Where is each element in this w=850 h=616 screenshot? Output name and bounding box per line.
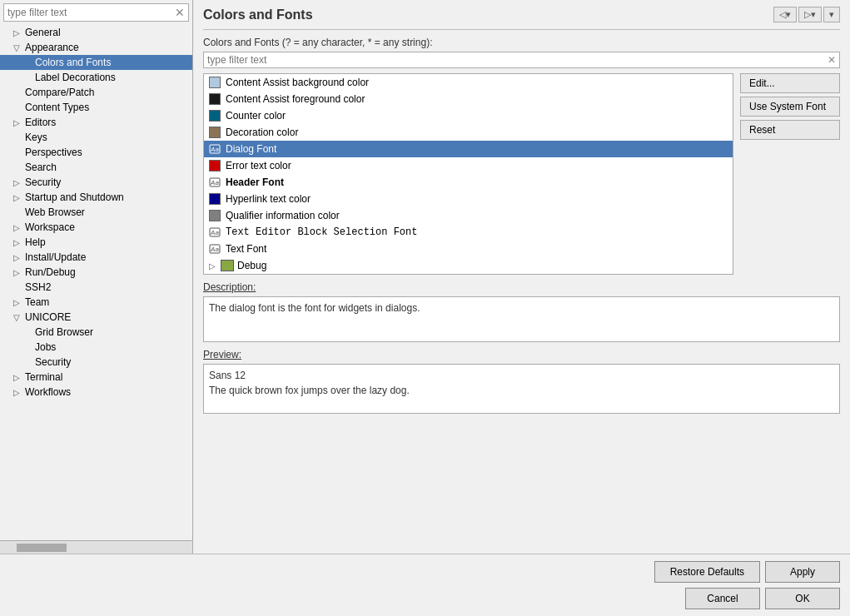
sidebar-item-label: Perspectives: [25, 147, 82, 158]
nav-back-button[interactable]: ◁▾: [773, 7, 797, 22]
preview-font-name: Sans 12: [209, 370, 834, 381]
sidebar-item-perspectives[interactable]: Perspectives: [0, 145, 192, 160]
item-label: Error text color: [226, 160, 291, 171]
filter-search-box[interactable]: ✕: [203, 52, 840, 68]
preferences-dialog: ✕ ▷ General ▽ Appearance Colors and Font…: [0, 0, 850, 616]
bottom-row-2: Cancel OK: [10, 588, 840, 609]
sidebar-item-grid-browser[interactable]: Grid Browser: [0, 325, 192, 340]
item-label: Text Editor Block Selection Font: [226, 226, 417, 238]
sidebar-item-ssh2[interactable]: SSH2: [0, 280, 192, 295]
sidebar-item-label: Content Types: [25, 102, 89, 113]
sidebar-item-content-types[interactable]: Content Types: [0, 100, 192, 115]
restore-defaults-button[interactable]: Restore Defaults: [654, 561, 760, 583]
sidebar-item-label: Terminal: [25, 371, 62, 383]
item-label: Dialog Font: [226, 143, 276, 155]
sidebar-item-general[interactable]: ▷ General: [0, 25, 192, 40]
use-system-font-button[interactable]: Use System Font: [740, 97, 840, 117]
list-item[interactable]: Content Assist background color: [204, 74, 733, 91]
nav-menu-button[interactable]: ▾: [823, 7, 840, 22]
nav-forward-button[interactable]: ▷▾: [798, 7, 822, 22]
sidebar-search-box[interactable]: ✕: [3, 3, 189, 22]
content-area: Content Assist background color Content …: [203, 73, 840, 275]
sidebar-item-compare-patch[interactable]: Compare/Patch: [0, 85, 192, 100]
sidebar-item-install-update[interactable]: ▷ Install/Update: [0, 250, 192, 265]
description-text: The dialog font is the font for widgets …: [209, 302, 420, 314]
list-item[interactable]: Decoration color: [204, 124, 733, 141]
font-icon: Aa: [209, 176, 221, 188]
item-label: Qualifier information color: [226, 210, 340, 221]
sidebar-item-run-debug[interactable]: ▷ Run/Debug: [0, 265, 192, 280]
color-swatch: [209, 77, 221, 88]
sidebar-item-startup[interactable]: ▷ Startup and Shutdown: [0, 190, 192, 205]
sidebar-item-label: Search: [25, 161, 57, 173]
ok-button[interactable]: OK: [765, 588, 840, 609]
list-item[interactable]: Counter color: [204, 107, 733, 124]
sidebar-item-label: Colors and Fonts: [35, 57, 111, 68]
color-swatch: [209, 160, 221, 171]
sidebar-item-label: Web Browser: [25, 206, 85, 218]
sidebar-horizontal-scrollbar[interactable]: [0, 540, 192, 554]
sidebar-tree: ▷ General ▽ Appearance Colors and Fonts …: [0, 25, 192, 540]
toggle-icon: ▷: [13, 193, 23, 202]
color-font-list: Content Assist background color Content …: [203, 73, 733, 275]
sidebar-item-workflows[interactable]: ▷ Workflows: [0, 385, 192, 400]
list-item[interactable]: Content Assist foreground color: [204, 91, 733, 107]
sidebar-item-web-browser[interactable]: Web Browser: [0, 205, 192, 220]
sidebar-item-label: General: [25, 27, 61, 38]
list-item-dialog-font[interactable]: Aa Dialog Font: [204, 141, 733, 157]
filter-search-input[interactable]: [207, 54, 828, 66]
description-label: Description:: [203, 281, 840, 293]
list-item[interactable]: Error text color: [204, 157, 733, 174]
sidebar-item-label: Workflows: [25, 386, 71, 398]
sidebar-item-appearance[interactable]: ▽ Appearance: [0, 40, 192, 55]
sidebar-item-jobs[interactable]: Jobs: [0, 340, 192, 355]
edit-button[interactable]: Edit...: [740, 73, 840, 93]
sidebar-item-label: Help: [25, 236, 46, 248]
sidebar-item-team[interactable]: ▷ Team: [0, 295, 192, 310]
sidebar-item-workspace[interactable]: ▷ Workspace: [0, 220, 192, 235]
sidebar-item-label: Startup and Shutdown: [25, 191, 124, 203]
sidebar-item-search[interactable]: Search: [0, 160, 192, 175]
filter-search-clear-icon[interactable]: ✕: [828, 54, 836, 66]
list-item-header-font[interactable]: Aa Header Font: [204, 174, 733, 191]
item-label: Counter color: [226, 110, 286, 122]
item-label: Debug: [237, 260, 266, 271]
sidebar-item-label: Run/Debug: [25, 266, 76, 278]
toggle-icon: ▷: [13, 298, 23, 307]
sidebar-item-label: Jobs: [35, 341, 56, 353]
item-label: Decoration color: [226, 127, 298, 138]
preview-label: Preview:: [203, 349, 840, 360]
sidebar-item-unicore-security[interactable]: Security: [0, 355, 192, 370]
preview-sample-text: The quick brown fox jumps over the lazy …: [209, 385, 834, 396]
toggle-icon: ▷: [13, 178, 23, 187]
sidebar-item-label: Team: [25, 296, 49, 308]
sidebar-item-help[interactable]: ▷ Help: [0, 235, 192, 250]
color-swatch: [209, 193, 221, 205]
expand-icon: ▷: [209, 261, 219, 271]
toggle-icon: ▽: [13, 43, 23, 52]
sidebar-item-editors[interactable]: ▷ Editors: [0, 115, 192, 130]
list-item[interactable]: Qualifier information color: [204, 207, 733, 224]
list-item-debug[interactable]: ▷ Debug: [204, 257, 733, 274]
sidebar-item-unicore[interactable]: ▽ UNICORE: [0, 310, 192, 325]
apply-button[interactable]: Apply: [765, 561, 840, 583]
list-item-text-font[interactable]: Aa Text Font: [204, 241, 733, 257]
item-label: Header Font: [226, 176, 284, 188]
list-item-text-editor-block[interactable]: Aa Text Editor Block Selection Font: [204, 224, 733, 241]
preview-box: Sans 12 The quick brown fox jumps over t…: [203, 364, 840, 414]
main-panel: Colors and Fonts ◁▾ ▷▾ ▾ Colors and Font…: [193, 0, 850, 554]
list-item[interactable]: Hyperlink text color: [204, 191, 733, 207]
reset-button[interactable]: Reset: [740, 120, 840, 140]
sidebar-item-colors-fonts[interactable]: Colors and Fonts: [0, 55, 192, 70]
sidebar-search-input[interactable]: [7, 7, 175, 18]
item-label: Hyperlink text color: [226, 193, 311, 205]
sidebar-item-security[interactable]: ▷ Security: [0, 175, 192, 190]
sidebar-item-label-decorations[interactable]: Label Decorations: [0, 70, 192, 85]
cancel-button[interactable]: Cancel: [685, 588, 760, 609]
item-label: Content Assist foreground color: [226, 93, 365, 105]
toggle-icon: ▷: [13, 28, 23, 37]
sidebar-item-terminal[interactable]: ▷ Terminal: [0, 370, 192, 385]
bottom-bar: Restore Defaults Apply Cancel OK: [0, 554, 850, 616]
sidebar-search-clear-icon[interactable]: ✕: [175, 6, 185, 19]
sidebar-item-keys[interactable]: Keys: [0, 130, 192, 145]
